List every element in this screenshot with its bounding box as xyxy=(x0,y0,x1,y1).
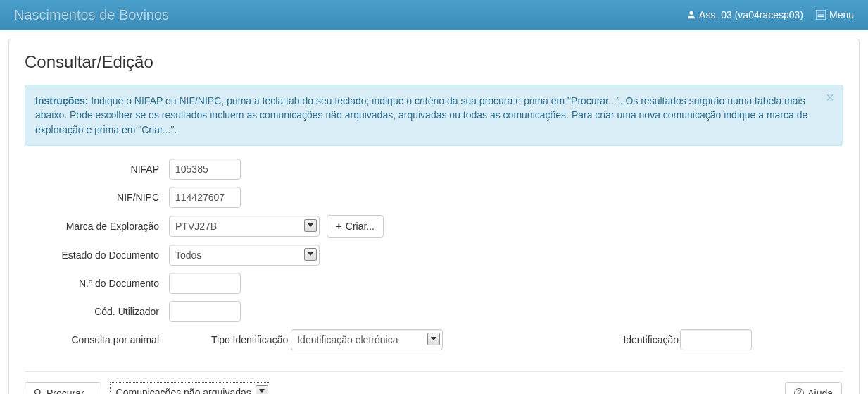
page-title: Consultar/Edição xyxy=(25,52,843,72)
topbar: Nascimentos de Bovinos Ass. 03 (va04race… xyxy=(0,0,868,30)
marca-select[interactable]: PTVJ27B xyxy=(169,216,320,237)
app-title: Nascimentos de Bovinos xyxy=(14,7,169,23)
procurar-label: Procurar... xyxy=(46,388,92,394)
tipo-ident-label: Tipo Identificação xyxy=(211,334,288,345)
chevron-down-icon xyxy=(256,385,268,394)
estado-select[interactable]: Todos xyxy=(169,245,320,266)
instructions-text: Indique o NIFAP ou NIF/NIPC, prima a tec… xyxy=(35,95,807,135)
ajuda-button[interactable]: ? Ajuda xyxy=(785,382,842,394)
topbar-right: Ass. 03 (va04racesp03) Menu xyxy=(687,9,854,20)
svg-point-4 xyxy=(35,390,40,394)
criar-button[interactable]: + Criar... xyxy=(327,215,384,238)
codutil-input[interactable] xyxy=(169,301,241,322)
ident-label: Identificação xyxy=(623,334,679,345)
chevron-down-icon xyxy=(427,333,440,345)
filter-select-value: Comunicações não arquivadas xyxy=(116,387,251,394)
user-icon xyxy=(687,11,696,19)
ndoc-label: N.º do Documento xyxy=(53,278,169,289)
menu-button[interactable]: Menu xyxy=(816,9,854,20)
tipo-ident-value: Identificação eletrónica xyxy=(297,334,398,345)
ndoc-input[interactable] xyxy=(169,273,241,294)
chevron-down-icon xyxy=(304,219,317,232)
estado-value: Todos xyxy=(175,250,201,261)
alert-close-button[interactable]: × xyxy=(826,90,834,106)
marca-value: PTVJ27B xyxy=(175,221,217,232)
filter-select[interactable]: Comunicações não arquivadas xyxy=(110,382,270,394)
user-menu[interactable]: Ass. 03 (va04racesp03) xyxy=(687,9,803,20)
marca-label: Marca de Exploração xyxy=(53,221,169,232)
search-form: NIFAP NIF/NIPC Marca de Exploração PTVJ2… xyxy=(53,159,843,350)
criar-label: Criar... xyxy=(346,221,375,232)
nifnipc-input[interactable] xyxy=(169,187,241,208)
instructions-alert: Instruções: Indique o NIFAP ou NIF/NIPC,… xyxy=(25,85,843,146)
nifnipc-label: NIF/NIPC xyxy=(53,192,169,203)
ajuda-label: Ajuda xyxy=(807,388,833,394)
search-icon xyxy=(34,388,43,394)
procurar-button[interactable]: Procurar... xyxy=(25,382,101,394)
user-label: Ass. 03 (va04racesp03) xyxy=(699,9,803,20)
codutil-label: Cód. Utilizador xyxy=(53,306,169,317)
tipo-ident-select[interactable]: Identificação eletrónica xyxy=(291,329,443,350)
nifap-input[interactable] xyxy=(169,159,241,180)
chevron-down-icon xyxy=(304,248,317,261)
footer-bar: Procurar... Comunicações não arquivadas … xyxy=(25,371,843,394)
menu-label: Menu xyxy=(829,9,854,20)
estado-label: Estado do Documento xyxy=(53,250,169,261)
nifap-label: NIFAP xyxy=(53,164,169,175)
ident-input[interactable] xyxy=(680,329,752,350)
consulta-label: Consulta por animal xyxy=(53,334,169,345)
instructions-label: Instruções: xyxy=(35,95,88,106)
help-icon: ? xyxy=(794,388,804,394)
main-panel: Consultar/Edição Instruções: Indique o N… xyxy=(8,39,860,394)
plus-icon: + xyxy=(336,220,342,232)
menu-icon xyxy=(816,10,826,20)
